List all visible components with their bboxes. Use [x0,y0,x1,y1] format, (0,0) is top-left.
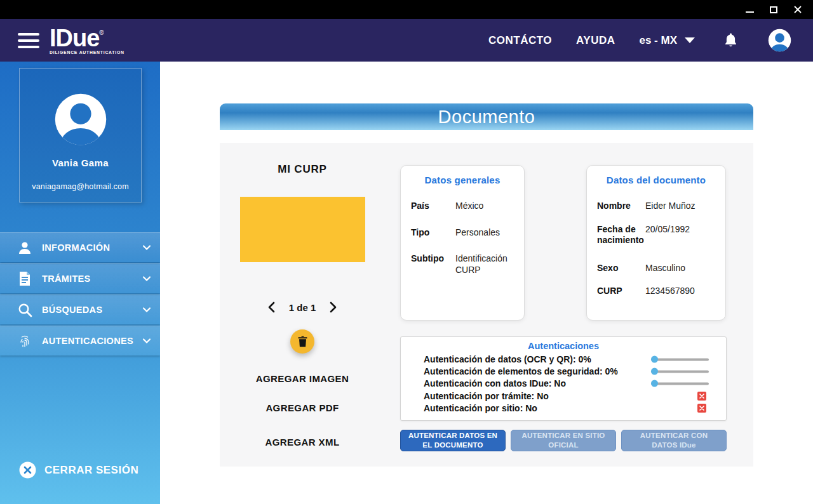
auth-row-datos-idue: Autenticación con datos IDue: No [401,378,726,390]
user-email: vaniagamag@hotmail.com [20,182,141,191]
sidebar-item-label: BÚSQUEDAS [42,305,102,315]
field-sexo: Sexo Masculino [587,263,725,274]
maximize-icon[interactable] [769,4,779,15]
chevron-down-icon [142,245,151,251]
card-title: Datos del documento [587,175,725,185]
autenticaciones-panel: Autenticaciones Autenticación de datos (… [400,336,727,421]
sidebar-item-tramites[interactable]: TRÁMITES [0,263,160,293]
app-logo: IDue® DILIGENCE AUTHENTICATION [50,26,124,55]
user-name: Vania Gama [20,157,141,168]
page-title: Documento [438,107,535,128]
prev-page-icon[interactable] [268,302,275,313]
action-buttons: AUTENTICAR DATOS EN EL DOCUMENTO AUTENTI… [400,430,727,451]
caret-down-icon [685,37,695,43]
navbar: IDue® DILIGENCE AUTHENTICATION CONTÁCTO … [0,19,813,62]
field-nombre: Nombre Eider Muñoz [587,201,725,212]
field-fecha-nacimiento: Fecha de nacimiento 20/05/1992 [587,224,725,246]
delete-document-button[interactable] [290,329,314,354]
autenticar-sitio-oficial-button[interactable]: AUTENTICAR EN SITIO OFICIAL [511,430,616,451]
user-avatar [54,93,107,146]
auth-row-tramite: Autenticación por trámite: No [401,390,726,402]
chevron-down-icon [142,338,151,344]
add-pdf-button[interactable]: AGREGAR PDF [220,402,385,413]
notifications-bell-icon[interactable] [724,32,737,48]
field-subtipo: Subtipo Identificación CURP [401,253,524,275]
ocr-qr-slider[interactable] [651,355,709,362]
chevron-down-icon [142,307,151,313]
datos-generales-card: Datos generales País México Tipo Persona… [400,165,525,321]
nav-link-ayuda[interactable]: AYUDA [576,34,615,47]
logo-title: IDue [50,25,99,51]
registered-mark: ® [99,29,104,36]
pagination: 1 de 1 [220,302,385,313]
logo-subtitle: DILIGENCE AUTHENTICATION [50,51,124,55]
user-card: Vania Gama vaniagamag@hotmail.com [19,68,142,202]
sidebar: Vania Gama vaniagamag@hotmail.com INFORM… [0,62,160,504]
fingerprint-icon [17,333,33,348]
logout-button[interactable]: CERRAR SESIÓN [19,461,138,479]
menu-hamburger-icon[interactable] [18,33,39,48]
language-value: es - MX [639,34,677,47]
sidebar-item-label: TRÁMITES [42,274,91,284]
document-name: MI CURP [220,163,385,176]
main-content: Documento MI CURP 1 de 1 AGREGAR I [160,62,813,504]
profile-avatar[interactable] [768,29,791,52]
error-x-icon [697,392,706,401]
sidebar-item-label: AUTENTICACIONES [42,336,133,346]
logout-label: CERRAR SESIÓN [44,464,138,477]
autenticaciones-title: Autenticaciones [401,341,726,351]
sidebar-item-autenticaciones[interactable]: AUTENTICACIONES [0,326,160,355]
document-icon [17,271,33,286]
user-icon [17,240,33,255]
field-curp: CURP 1234567890 [587,286,725,297]
sidebar-menu: INFORMACIÓN TRÁMITES BÚSQUEDAS [0,232,160,357]
sidebar-item-busquedas[interactable]: BÚSQUEDAS [0,295,160,324]
language-selector[interactable]: es - MX [639,34,695,47]
auth-row-seguridad: Autenticación de elementos de seguridad:… [401,365,726,377]
trash-icon [298,336,307,347]
chevron-down-icon [142,276,151,282]
nav-link-contacto[interactable]: CONTÁCTO [488,34,552,47]
minimize-icon[interactable] [744,4,755,15]
circle-x-icon [19,461,36,479]
error-x-icon [697,404,706,413]
datos-documento-card: Datos del documento Nombre Eider Muñoz F… [586,165,726,321]
autenticar-datos-idue-button[interactable]: AUTENTICAR CON DATOS IDue [621,430,727,451]
add-image-button[interactable]: AGREGAR IMAGEN [220,373,385,384]
sidebar-item-informacion[interactable]: INFORMACIÓN [0,232,160,262]
autenticar-datos-documento-button[interactable]: AUTENTICAR DATOS EN EL DOCUMENTO [400,430,506,451]
auth-row-sitio: Autenticación por sitio: No [401,402,726,414]
close-icon[interactable] [793,4,803,15]
document-header: Documento [220,103,753,130]
document-image-placeholder[interactable] [240,197,365,262]
seguridad-slider[interactable] [651,368,709,375]
field-tipo: Tipo Personales [401,227,524,239]
document-panel: MI CURP 1 de 1 AGREGAR IMAGEN AGREGAR PD… [220,143,753,467]
search-icon [17,303,33,317]
auth-row-ocr-qr: Autenticación de datos (OCR y QR): 0% [401,353,726,365]
datos-idue-slider[interactable] [651,380,709,387]
card-title: Datos generales [401,175,524,185]
add-xml-button[interactable]: AGREGAR XML [220,437,385,448]
window-titlebar [0,0,813,19]
sidebar-item-label: INFORMACIÓN [42,242,110,253]
field-pais: País México [401,201,524,212]
next-page-icon[interactable] [330,302,337,313]
page-indicator: 1 de 1 [289,302,316,313]
